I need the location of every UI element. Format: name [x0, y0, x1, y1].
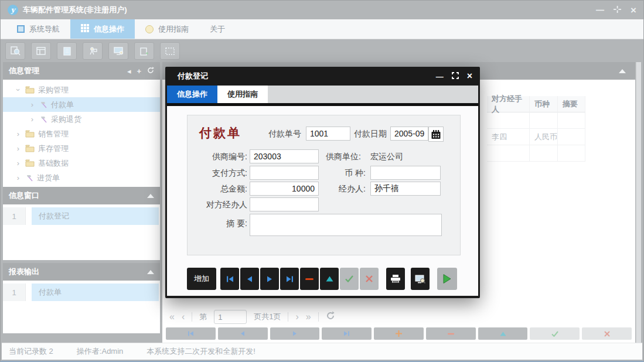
handler-input[interactable]: [370, 182, 441, 196]
pay-method-input[interactable]: [250, 166, 319, 180]
chevron-right-icon[interactable]: ›: [15, 173, 22, 182]
table-row[interactable]: [487, 145, 585, 162]
supplier-no-input[interactable]: [250, 149, 319, 163]
print-button[interactable]: [386, 268, 405, 290]
currency-input[interactable]: [370, 166, 441, 180]
preview-button[interactable]: [411, 268, 430, 290]
chevron-right-icon[interactable]: ›: [15, 159, 22, 168]
chevron-right-icon[interactable]: ›: [15, 144, 22, 153]
chevron-right-icon[interactable]: ›: [29, 100, 36, 109]
bill-no-input[interactable]: [306, 127, 350, 141]
column-header[interactable]: 对方经手人: [487, 96, 530, 112]
clock-icon: [145, 25, 154, 33]
monitor-icon[interactable]: [108, 42, 128, 60]
amount-input[interactable]: [250, 182, 319, 196]
summary-input[interactable]: [250, 214, 442, 236]
close-icon[interactable]: ×: [631, 5, 636, 15]
row-label[interactable]: 付款登记: [32, 207, 159, 225]
last-page-icon[interactable]: »: [306, 312, 311, 322]
chevron-right-icon[interactable]: ›: [29, 115, 36, 124]
grid-save-button[interactable]: [530, 327, 580, 340]
add-button[interactable]: 增加: [187, 268, 216, 290]
last-record-button[interactable]: [280, 268, 299, 290]
prev-record-button[interactable]: [240, 268, 259, 290]
refresh-icon[interactable]: [147, 67, 154, 76]
cell: 人民币: [530, 129, 558, 145]
table-row[interactable]: 李四 人民币: [487, 129, 585, 145]
collapse-left-icon[interactable]: ◂: [127, 67, 131, 76]
form-view-icon[interactable]: [31, 42, 51, 60]
dialog-tab-info-operation[interactable]: 信息操作: [167, 86, 217, 103]
prev-page-icon[interactable]: ‹: [182, 312, 185, 322]
grid-up-button[interactable]: [478, 327, 528, 340]
tree-item-payment-bill[interactable]: › 付款单: [3, 97, 160, 112]
tree-label: 进货单: [37, 173, 60, 183]
grid-prev-button[interactable]: [218, 327, 268, 340]
grid-remove-button[interactable]: [426, 327, 476, 340]
dialog-titlebar[interactable]: 付款登记 — ×: [167, 67, 478, 86]
search-document-icon[interactable]: [5, 42, 25, 60]
app-window: y 车辆配件管理系统(非注册用户) — × 系统导航 信息操作 使用指南 关于: [0, 0, 644, 362]
table-row[interactable]: [487, 112, 585, 129]
grid-add-button[interactable]: [374, 327, 424, 340]
add-icon[interactable]: +: [137, 67, 141, 76]
first-page-icon[interactable]: «: [169, 312, 175, 322]
edit-record-button[interactable]: [320, 268, 339, 290]
amount-label: 总金额:: [196, 182, 247, 196]
confirm-button[interactable]: [340, 268, 359, 290]
collapse-up-icon[interactable]: [147, 194, 154, 198]
column-header[interactable]: 币种: [530, 96, 558, 112]
cell: [530, 145, 558, 162]
restore-icon[interactable]: [614, 6, 621, 14]
column-header[interactable]: 摘要: [558, 96, 585, 112]
document-icon[interactable]: [57, 42, 77, 60]
refresh-icon[interactable]: [326, 311, 335, 323]
counterpart-input[interactable]: [250, 197, 319, 211]
dialog-close-icon[interactable]: ×: [467, 71, 472, 81]
tree-label: 付款单: [51, 100, 74, 110]
tab-system-nav[interactable]: 系统导航: [6, 19, 70, 39]
chevron-right-icon[interactable]: ›: [15, 129, 22, 138]
tree-item-purchase-return[interactable]: › 采购退货: [3, 112, 160, 127]
tab-about[interactable]: 关于: [199, 19, 236, 39]
run-button[interactable]: [437, 268, 457, 290]
list-item[interactable]: 1 付款单: [3, 284, 160, 301]
form-heading: 付款单: [199, 125, 241, 141]
panel-title: 信息窗口: [9, 190, 39, 201]
dialog-minimize-icon[interactable]: —: [436, 73, 444, 80]
dialog-body: 付款单 付款单号 付款日期 供商编号: 供商单位: 宏运公司 支付方式: 币 种…: [167, 106, 478, 296]
next-page-icon[interactable]: ›: [295, 312, 298, 322]
next-record-button[interactable]: [260, 268, 279, 290]
cancel-button[interactable]: [360, 268, 379, 290]
user-computer-icon[interactable]: [83, 42, 103, 60]
minimize-icon[interactable]: —: [596, 6, 604, 14]
tree-item-sales-mgmt[interactable]: › 销售管理: [3, 127, 160, 141]
dialog-tab-user-guide[interactable]: 使用指南: [217, 86, 268, 103]
row-label[interactable]: 付款单: [32, 284, 159, 301]
tab-user-guide[interactable]: 使用指南: [135, 19, 199, 39]
tree-item-inventory-mgmt[interactable]: › 库存管理: [3, 141, 160, 156]
tab-info-operation[interactable]: 信息操作: [70, 19, 135, 39]
status-message: 本系统支持二次开发和全新开发!: [146, 346, 255, 357]
vertical-scrollbar[interactable]: [636, 62, 641, 343]
grid-cancel-button[interactable]: [582, 327, 632, 340]
tree-item-base-data[interactable]: › 基础数据: [3, 156, 160, 170]
tree-item-incoming-bill[interactable]: › 进货单: [3, 170, 160, 185]
pay-date-label: 付款日期: [354, 127, 387, 141]
collapse-up-icon[interactable]: [619, 69, 626, 73]
delete-record-button[interactable]: [300, 268, 319, 290]
collapse-up-icon[interactable]: [147, 270, 154, 274]
grid-next-button[interactable]: [270, 327, 320, 340]
dialog-maximize-icon[interactable]: [452, 72, 459, 80]
document-add-icon[interactable]: [134, 42, 154, 60]
calendar-icon[interactable]: [428, 127, 444, 142]
first-record-button[interactable]: [220, 268, 239, 290]
tree-item-purchase-mgmt[interactable]: › 采购管理: [3, 83, 160, 97]
grid-first-button[interactable]: [166, 327, 216, 340]
grid-last-button[interactable]: [322, 327, 372, 340]
list-item[interactable]: 1 付款登记: [3, 207, 160, 225]
marquee-select-icon[interactable]: [160, 42, 180, 60]
page-number-input[interactable]: [214, 310, 247, 324]
chevron-down-icon[interactable]: ›: [14, 87, 23, 94]
pay-date-input[interactable]: [390, 127, 428, 141]
